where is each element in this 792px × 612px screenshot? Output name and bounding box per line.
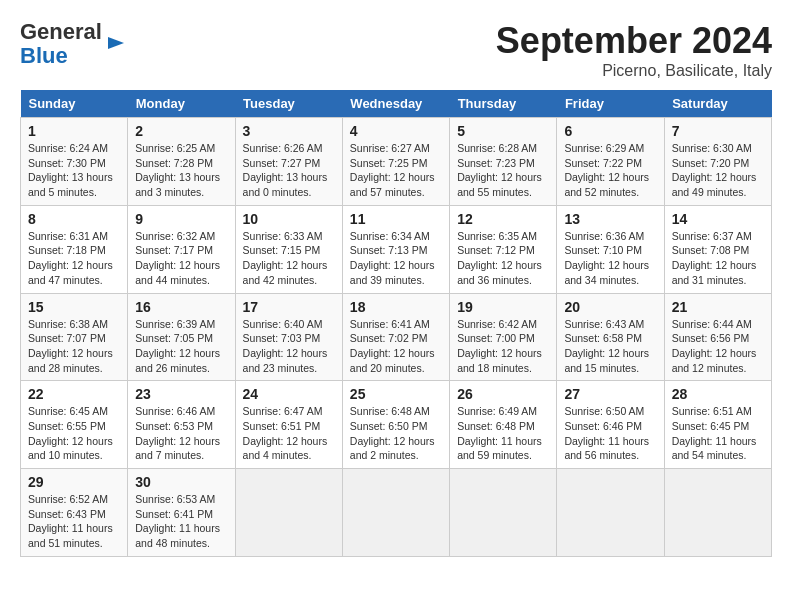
table-row: 22Sunrise: 6:45 AMSunset: 6:55 PMDayligh… (21, 381, 128, 469)
table-row: 5Sunrise: 6:28 AMSunset: 7:23 PMDaylight… (450, 118, 557, 206)
table-row (664, 469, 771, 557)
table-row (450, 469, 557, 557)
col-thursday: Thursday (450, 90, 557, 118)
table-row: 4Sunrise: 6:27 AMSunset: 7:25 PMDaylight… (342, 118, 449, 206)
table-row: 14Sunrise: 6:37 AMSunset: 7:08 PMDayligh… (664, 205, 771, 293)
table-row: 6Sunrise: 6:29 AMSunset: 7:22 PMDaylight… (557, 118, 664, 206)
col-sunday: Sunday (21, 90, 128, 118)
table-row: 17Sunrise: 6:40 AMSunset: 7:03 PMDayligh… (235, 293, 342, 381)
svg-marker-0 (108, 37, 124, 49)
table-row: 20Sunrise: 6:43 AMSunset: 6:58 PMDayligh… (557, 293, 664, 381)
table-row: 11Sunrise: 6:34 AMSunset: 7:13 PMDayligh… (342, 205, 449, 293)
table-row: 21Sunrise: 6:44 AMSunset: 6:56 PMDayligh… (664, 293, 771, 381)
table-row: 19Sunrise: 6:42 AMSunset: 7:00 PMDayligh… (450, 293, 557, 381)
table-row: 30Sunrise: 6:53 AMSunset: 6:41 PMDayligh… (128, 469, 235, 557)
table-row: 16Sunrise: 6:39 AMSunset: 7:05 PMDayligh… (128, 293, 235, 381)
table-row: 1Sunrise: 6:24 AMSunset: 7:30 PMDaylight… (21, 118, 128, 206)
col-wednesday: Wednesday (342, 90, 449, 118)
table-row: 26Sunrise: 6:49 AMSunset: 6:48 PMDayligh… (450, 381, 557, 469)
table-row: 10Sunrise: 6:33 AMSunset: 7:15 PMDayligh… (235, 205, 342, 293)
table-row: 29Sunrise: 6:52 AMSunset: 6:43 PMDayligh… (21, 469, 128, 557)
table-row: 3Sunrise: 6:26 AMSunset: 7:27 PMDaylight… (235, 118, 342, 206)
month-title: September 2024 (496, 20, 772, 62)
table-row (557, 469, 664, 557)
table-row: 27Sunrise: 6:50 AMSunset: 6:46 PMDayligh… (557, 381, 664, 469)
table-row: 18Sunrise: 6:41 AMSunset: 7:02 PMDayligh… (342, 293, 449, 381)
table-row: 15Sunrise: 6:38 AMSunset: 7:07 PMDayligh… (21, 293, 128, 381)
table-row: 25Sunrise: 6:48 AMSunset: 6:50 PMDayligh… (342, 381, 449, 469)
table-row: 24Sunrise: 6:47 AMSunset: 6:51 PMDayligh… (235, 381, 342, 469)
col-saturday: Saturday (664, 90, 771, 118)
logo: General Blue (20, 20, 126, 68)
page-header: General Blue September 2024 Picerno, Bas… (20, 20, 772, 80)
col-tuesday: Tuesday (235, 90, 342, 118)
title-block: September 2024 Picerno, Basilicate, Ital… (496, 20, 772, 80)
calendar-table: Sunday Monday Tuesday Wednesday Thursday… (20, 90, 772, 557)
table-row: 8Sunrise: 6:31 AMSunset: 7:18 PMDaylight… (21, 205, 128, 293)
table-row (235, 469, 342, 557)
table-row: 28Sunrise: 6:51 AMSunset: 6:45 PMDayligh… (664, 381, 771, 469)
logo-text: General Blue (20, 20, 102, 68)
table-row: 9Sunrise: 6:32 AMSunset: 7:17 PMDaylight… (128, 205, 235, 293)
col-friday: Friday (557, 90, 664, 118)
table-row: 7Sunrise: 6:30 AMSunset: 7:20 PMDaylight… (664, 118, 771, 206)
col-monday: Monday (128, 90, 235, 118)
table-row: 12Sunrise: 6:35 AMSunset: 7:12 PMDayligh… (450, 205, 557, 293)
calendar-header-row: Sunday Monday Tuesday Wednesday Thursday… (21, 90, 772, 118)
table-row: 13Sunrise: 6:36 AMSunset: 7:10 PMDayligh… (557, 205, 664, 293)
table-row: 23Sunrise: 6:46 AMSunset: 6:53 PMDayligh… (128, 381, 235, 469)
table-row: 2Sunrise: 6:25 AMSunset: 7:28 PMDaylight… (128, 118, 235, 206)
logo-arrow-icon (106, 33, 126, 53)
table-row (342, 469, 449, 557)
location-subtitle: Picerno, Basilicate, Italy (496, 62, 772, 80)
